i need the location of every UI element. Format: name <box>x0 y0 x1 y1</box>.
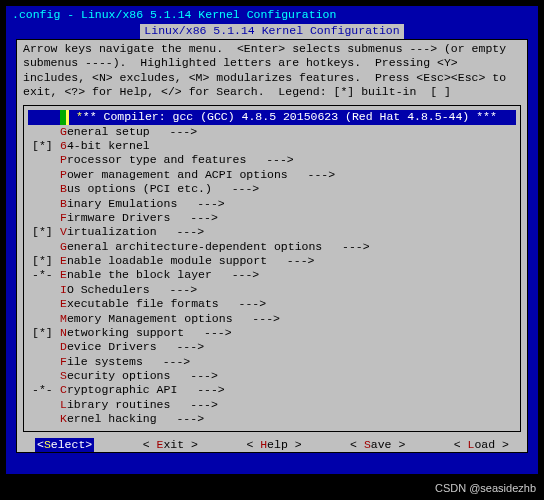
hotkey: E <box>157 438 164 451</box>
hotkey: 6 <box>60 139 67 152</box>
menu-item-label: General architecture-dependent options -… <box>60 240 516 254</box>
hotkey: S <box>44 438 51 451</box>
menu-item-mark <box>28 283 60 297</box>
menu-item-3[interactable]: Processor type and features ---> <box>28 153 516 167</box>
menu-item-label: General setup ---> <box>60 125 516 139</box>
submenu-arrow-icon: ---> <box>157 412 204 425</box>
hotkey: E <box>60 297 67 310</box>
menu-item-15[interactable]: [*]Networking support ---> <box>28 326 516 340</box>
hotkey: D <box>60 340 67 353</box>
menu-item-16[interactable]: Device Drivers ---> <box>28 340 516 354</box>
button-save[interactable]: < Save > <box>350 438 405 452</box>
menu-item-12[interactable]: IO Schedulers ---> <box>28 283 516 297</box>
hotkey: * <box>76 110 83 123</box>
menu-item-mark <box>28 340 60 354</box>
menu-item-mark: -*- <box>28 268 60 282</box>
menu-item-label: Networking support ---> <box>60 326 516 340</box>
menu-list: *** Compiler: gcc (GCC) 4.8.5 20150623 (… <box>23 105 521 431</box>
hotkey: P <box>60 168 67 181</box>
submenu-arrow-icon: ---> <box>157 340 204 353</box>
menu-item-mark <box>28 297 60 311</box>
menu-item-label: Enable the block layer ---> <box>60 268 516 282</box>
menu-item-11[interactable]: -*-Enable the block layer ---> <box>28 268 516 282</box>
submenu-arrow-icon: ---> <box>150 283 197 296</box>
window-title: .config - Linux/x86 5.1.14 Kernel Config… <box>6 6 538 24</box>
menu-item-mark <box>28 369 60 383</box>
hotkey: K <box>60 412 67 425</box>
menu-item-9[interactable]: General architecture-dependent options -… <box>28 240 516 254</box>
menu-item-mark <box>28 211 60 225</box>
hotkey: E <box>60 268 67 281</box>
hotkey: M <box>60 312 67 325</box>
button-exit[interactable]: < Exit > <box>143 438 198 452</box>
menu-item-21[interactable]: Kernel hacking ---> <box>28 412 516 426</box>
menu-item-13[interactable]: Executable file formats ---> <box>28 297 516 311</box>
button-load[interactable]: < Load > <box>454 438 509 452</box>
hotkey: S <box>60 369 67 382</box>
menu-item-label: *** Compiler: gcc (GCC) 4.8.5 20150623 (… <box>60 110 516 124</box>
submenu-arrow-icon: ---> <box>170 369 217 382</box>
menu-item-mark <box>28 412 60 426</box>
hotkey: B <box>60 182 67 195</box>
help-panel: Arrow keys navigate the menu. <Enter> se… <box>16 39 528 453</box>
menu-item-mark <box>28 240 60 254</box>
button-select[interactable]: <Select> <box>35 438 94 452</box>
button-help[interactable]: < Help > <box>246 438 301 452</box>
submenu-arrow-icon: ---> <box>170 398 217 411</box>
submenu-arrow-icon: ---> <box>157 225 204 238</box>
menu-item-1[interactable]: General setup ---> <box>28 125 516 139</box>
menu-item-mark <box>28 110 60 124</box>
menu-item-0[interactable]: *** Compiler: gcc (GCC) 4.8.5 20150623 (… <box>28 110 516 124</box>
menu-item-8[interactable]: [*]Virtualization ---> <box>28 225 516 239</box>
menu-item-label: Binary Emulations ---> <box>60 197 516 211</box>
hotkey: L <box>60 398 67 411</box>
menu-item-6[interactable]: Binary Emulations ---> <box>28 197 516 211</box>
menu-item-label: Kernel hacking ---> <box>60 412 516 426</box>
submenu-arrow-icon: ---> <box>170 211 217 224</box>
menu-item-17[interactable]: File systems ---> <box>28 355 516 369</box>
menu-item-4[interactable]: Power management and ACPI options ---> <box>28 168 516 182</box>
menu-item-19[interactable]: -*-Cryptographic API ---> <box>28 383 516 397</box>
menu-item-mark: [*] <box>28 225 60 239</box>
submenu-arrow-icon: ---> <box>267 254 314 267</box>
menu-item-label: Security options ---> <box>60 369 516 383</box>
submenu-arrow-icon: ---> <box>184 326 231 339</box>
submenu-arrow-icon: ---> <box>177 197 224 210</box>
hotkey: P <box>60 153 67 166</box>
menu-item-mark <box>28 312 60 326</box>
menu-item-mark <box>28 355 60 369</box>
menu-item-mark <box>28 153 60 167</box>
menu-item-2[interactable]: [*]64-bit kernel <box>28 139 516 153</box>
submenu-arrow-icon: ---> <box>246 153 293 166</box>
menu-item-mark: -*- <box>28 383 60 397</box>
menu-item-mark: [*] <box>28 254 60 268</box>
menu-item-18[interactable]: Security options ---> <box>28 369 516 383</box>
submenu-arrow-icon: ---> <box>150 125 197 138</box>
menu-item-mark <box>28 398 60 412</box>
button-bar: <Select>< Exit >< Help >< Save >< Load > <box>27 438 517 452</box>
submenu-arrow-icon: ---> <box>233 312 280 325</box>
help-text: Arrow keys navigate the menu. <Enter> se… <box>17 40 527 106</box>
submenu-arrow-icon: ---> <box>143 355 190 368</box>
menu-item-label: IO Schedulers ---> <box>60 283 516 297</box>
menu-item-5[interactable]: Bus options (PCI etc.) ---> <box>28 182 516 196</box>
menu-item-label: Power management and ACPI options ---> <box>60 168 516 182</box>
menu-item-label: Library routines ---> <box>60 398 516 412</box>
hotkey: E <box>60 254 67 267</box>
menu-item-mark <box>28 168 60 182</box>
hotkey: G <box>60 240 67 253</box>
submenu-arrow-icon: ---> <box>177 383 224 396</box>
menu-item-label: Device Drivers ---> <box>60 340 516 354</box>
menu-item-mark <box>28 182 60 196</box>
hotkey: G <box>60 125 67 138</box>
menu-item-label: Cryptographic API ---> <box>60 383 516 397</box>
menu-item-20[interactable]: Library routines ---> <box>28 398 516 412</box>
submenu-arrow-icon: ---> <box>322 240 369 253</box>
menu-item-7[interactable]: Firmware Drivers ---> <box>28 211 516 225</box>
menu-item-label: 64-bit kernel <box>60 139 516 153</box>
menu-item-14[interactable]: Memory Management options ---> <box>28 312 516 326</box>
menu-item-label: File systems ---> <box>60 355 516 369</box>
submenu-arrow-icon: ---> <box>288 168 335 181</box>
menu-item-10[interactable]: [*]Enable loadable module support ---> <box>28 254 516 268</box>
hotkey: S <box>364 438 371 451</box>
